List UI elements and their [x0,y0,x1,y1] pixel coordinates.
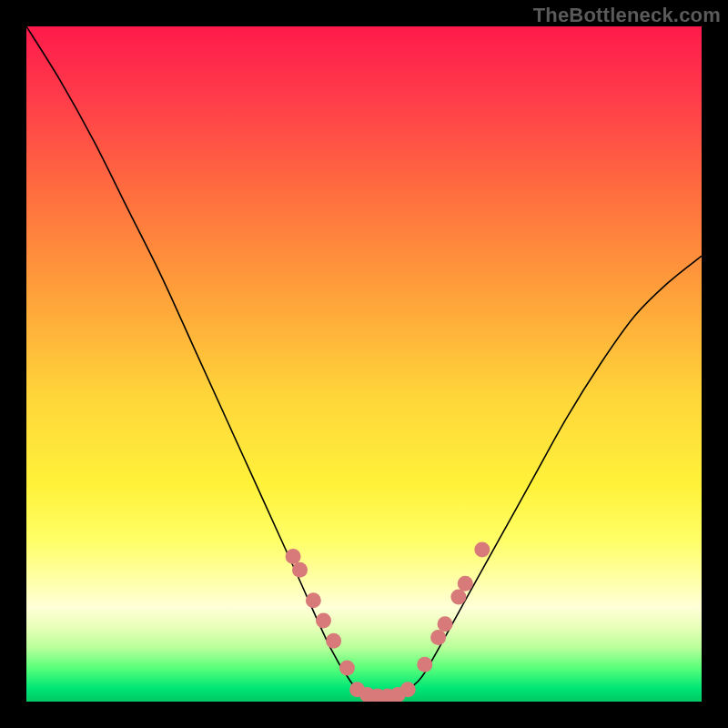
marker-dot [316,612,331,628]
marker-dot [438,616,453,632]
marker-dot [339,660,355,675]
marker-dot [458,576,473,592]
bottleneck-curve [26,26,702,698]
marker-dot [474,542,490,558]
marker-dot [306,592,321,608]
curve-svg [26,26,702,702]
marker-dot [286,549,301,564]
marker-dot [430,630,446,645]
marker-dot [400,682,416,697]
marker-dot [326,633,341,649]
marker-dot [292,562,308,578]
marker-dot [417,657,432,672]
plot-area [26,26,702,702]
watermark-text: TheBottleneck.com [533,4,721,27]
marker-dots [286,542,490,702]
chart-frame: TheBottleneck.com [0,0,728,728]
marker-dot [450,589,466,604]
